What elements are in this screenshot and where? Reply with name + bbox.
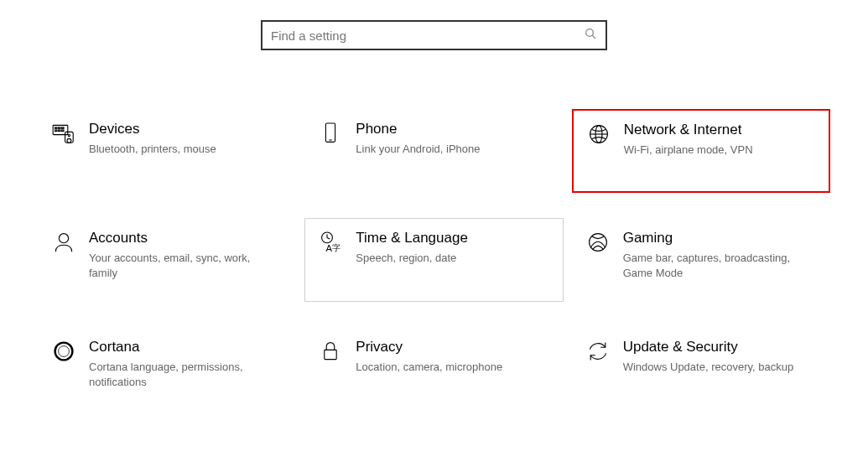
svg-rect-6 — [55, 130, 57, 132]
svg-point-0 — [586, 29, 594, 37]
phone-icon — [317, 120, 344, 150]
tile-network[interactable]: Network & Internet Wi-Fi, airplane mode,… — [572, 109, 830, 193]
tile-gaming[interactable]: Gaming Game bar, captures, broadcasting,… — [572, 218, 830, 302]
svg-point-25 — [59, 346, 70, 357]
svg-rect-12 — [326, 123, 335, 142]
tile-accounts-title: Accounts — [89, 229, 265, 247]
svg-point-11 — [67, 138, 71, 143]
svg-point-10 — [68, 134, 70, 136]
sync-icon — [585, 338, 611, 368]
svg-point-24 — [55, 343, 73, 361]
tile-devices-sub: Bluetooth, printers, mouse — [89, 142, 216, 157]
lock-icon — [317, 338, 344, 368]
tile-privacy-title: Privacy — [356, 338, 502, 356]
tile-gaming-sub: Game bar, captures, broadcasting, Game M… — [623, 251, 799, 280]
tile-accounts[interactable]: Accounts Your accounts, email, sync, wor… — [38, 218, 296, 302]
tile-devices-title: Devices — [89, 120, 216, 138]
tile-phone-sub: Link your Android, iPhone — [356, 142, 480, 157]
svg-line-20 — [327, 237, 330, 239]
xbox-icon — [585, 229, 611, 259]
tile-cortana-title: Cortana — [89, 338, 265, 356]
tile-update-security[interactable]: Update & Security Windows Update, recove… — [572, 327, 830, 411]
tile-phone-title: Phone — [356, 120, 480, 138]
search-input[interactable] — [271, 29, 584, 43]
tile-gaming-title: Gaming — [623, 229, 799, 247]
tile-privacy-sub: Location, camera, microphone — [356, 360, 502, 375]
search-icon — [584, 27, 597, 44]
search-box[interactable] — [261, 20, 607, 50]
svg-rect-7 — [59, 130, 60, 132]
svg-line-1 — [592, 35, 595, 39]
cortana-icon — [50, 338, 77, 368]
svg-text:A: A — [326, 243, 333, 253]
globe-icon — [585, 121, 612, 151]
person-icon — [50, 229, 77, 259]
svg-rect-3 — [55, 127, 57, 129]
svg-rect-26 — [325, 350, 336, 359]
svg-rect-5 — [62, 127, 64, 129]
tile-time-language[interactable]: A 字 Time & Language Speech, region, date — [304, 218, 563, 302]
settings-grid: Devices Bluetooth, printers, mouse Phone… — [0, 50, 868, 411]
tile-time-sub: Speech, region, date — [356, 251, 468, 266]
time-language-icon: A 字 — [317, 229, 344, 259]
svg-rect-8 — [62, 130, 64, 132]
tile-cortana[interactable]: Cortana Cortana language, permissions, n… — [38, 327, 296, 411]
devices-icon — [50, 120, 77, 150]
tile-cortana-sub: Cortana language, permissions, notificat… — [89, 360, 265, 389]
tile-network-sub: Wi-Fi, airplane mode, VPN — [624, 143, 753, 158]
tile-network-title: Network & Internet — [624, 121, 753, 139]
svg-text:字: 字 — [333, 243, 341, 252]
tile-accounts-sub: Your accounts, email, sync, work, family — [89, 251, 265, 280]
svg-rect-4 — [59, 127, 60, 129]
tile-privacy[interactable]: Privacy Location, camera, microphone — [304, 327, 563, 411]
tile-devices[interactable]: Devices Bluetooth, printers, mouse — [38, 109, 296, 193]
tile-update-sub: Windows Update, recovery, backup — [623, 360, 794, 375]
tile-update-title: Update & Security — [623, 338, 794, 356]
svg-point-23 — [589, 234, 606, 252]
tile-phone[interactable]: Phone Link your Android, iPhone — [304, 109, 563, 193]
svg-point-17 — [59, 234, 68, 243]
tile-time-title: Time & Language — [356, 229, 468, 247]
svg-rect-9 — [65, 132, 74, 143]
